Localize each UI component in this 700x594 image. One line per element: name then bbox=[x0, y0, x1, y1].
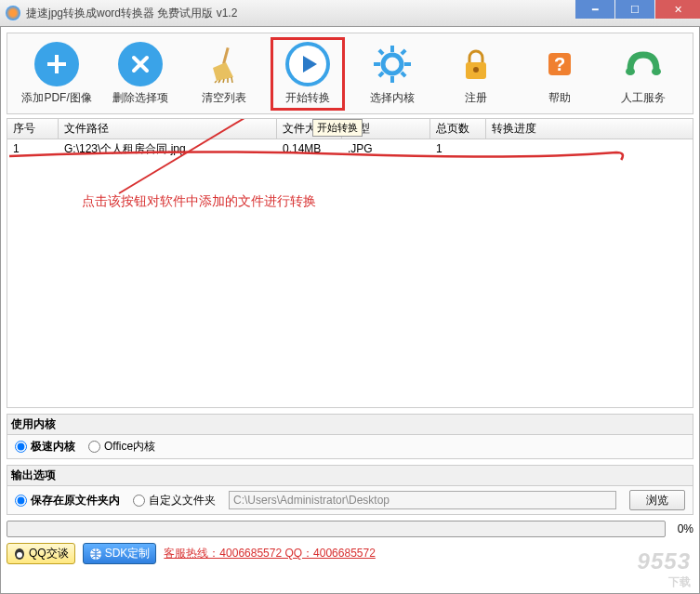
kernel-fast-radio[interactable]: 极速内核 bbox=[15, 439, 75, 455]
annotation-text: 点击该按钮对软件中添加的文件进行转换 bbox=[82, 193, 316, 210]
output-section: 输出选项 保存在原文件夹内 自定义文件夹 浏览 bbox=[7, 465, 693, 515]
kernel-section: 使用内核 极速内核 Office内核 bbox=[7, 414, 693, 459]
kernel-office-radio[interactable]: Office内核 bbox=[88, 439, 155, 455]
play-icon bbox=[285, 42, 330, 86]
qq-icon bbox=[13, 548, 26, 561]
output-path-input[interactable] bbox=[229, 491, 616, 509]
register-button[interactable]: 注册 bbox=[439, 42, 513, 106]
start-convert-button[interactable]: 开始转换 bbox=[271, 37, 345, 111]
help-button[interactable]: ? 帮助 bbox=[522, 42, 597, 106]
hotline-text[interactable]: 客服热线：4006685572 QQ：4006685572 bbox=[164, 546, 375, 561]
svg-rect-9 bbox=[400, 48, 406, 55]
broom-icon bbox=[202, 42, 246, 86]
svg-rect-10 bbox=[377, 71, 384, 77]
svg-rect-8 bbox=[400, 71, 406, 77]
close-button[interactable]: ✕ bbox=[655, 0, 700, 19]
maximize-button[interactable]: ☐ bbox=[615, 0, 654, 19]
sdk-button[interactable]: SDK定制 bbox=[83, 543, 157, 564]
titlebar: 捷速jpg转换成word转换器 免费试用版 v1.2 ━ ☐ ✕ bbox=[0, 0, 700, 26]
svg-point-16 bbox=[652, 68, 661, 75]
kernel-title: 使用内核 bbox=[7, 414, 693, 434]
svg-rect-3 bbox=[390, 46, 394, 52]
window-title: 捷速jpg转换成word转换器 免费试用版 v1.2 bbox=[26, 6, 237, 21]
svg-point-15 bbox=[626, 68, 635, 75]
output-same-radio[interactable]: 保存在原文件夹内 bbox=[15, 493, 120, 508]
svg-rect-7 bbox=[377, 48, 384, 55]
main-frame: 添加PDF/图像 删除选择项 清空列表 开始转换 bbox=[0, 26, 700, 594]
kernel-button[interactable]: 选择内核 bbox=[355, 42, 429, 106]
progress-row: 0% bbox=[7, 521, 693, 537]
qq-chat-button[interactable]: QQ交谈 bbox=[7, 543, 75, 564]
cell-path: G:\123\个人租房合同.jpg bbox=[59, 141, 277, 157]
delete-button[interactable]: 删除选择项 bbox=[103, 42, 178, 106]
globe-icon bbox=[89, 548, 102, 561]
gear-icon bbox=[370, 42, 415, 86]
service-button[interactable]: 人工服务 bbox=[606, 42, 680, 106]
window-controls: ━ ☐ ✕ bbox=[575, 0, 700, 19]
output-title: 输出选项 bbox=[7, 465, 693, 485]
table-header: 序号 文件路径 文件大小 开始转换 类型 总页数 转换进度 bbox=[7, 119, 693, 139]
output-custom-radio[interactable]: 自定义文件夹 bbox=[133, 493, 216, 508]
cell-type: .JPG bbox=[342, 142, 430, 155]
phone-icon bbox=[621, 42, 666, 86]
col-seq[interactable]: 序号 bbox=[7, 119, 59, 139]
cell-size: 0.14MB bbox=[277, 142, 342, 155]
cell-pages: 1 bbox=[430, 142, 486, 155]
svg-point-19 bbox=[17, 552, 22, 558]
svg-rect-0 bbox=[222, 47, 230, 64]
col-size[interactable]: 文件大小 开始转换 bbox=[277, 119, 342, 139]
table-row[interactable]: 1 G:\123\个人租房合同.jpg 0.14MB .JPG 1 bbox=[7, 139, 693, 158]
browse-button[interactable]: 浏览 bbox=[629, 490, 685, 510]
footer: QQ交谈 SDK定制 客服热线：4006685572 QQ：4006685572 bbox=[7, 543, 693, 564]
clear-button[interactable]: 清空列表 bbox=[187, 42, 261, 106]
help-icon: ? bbox=[537, 42, 582, 86]
app-icon bbox=[6, 6, 20, 20]
lock-icon bbox=[454, 42, 498, 86]
start-tooltip: 开始转换 bbox=[312, 119, 363, 137]
plus-icon bbox=[34, 42, 79, 86]
svg-text:?: ? bbox=[554, 54, 565, 74]
svg-point-12 bbox=[473, 67, 479, 73]
x-icon bbox=[118, 42, 163, 86]
svg-point-2 bbox=[383, 55, 402, 73]
svg-rect-5 bbox=[374, 62, 380, 66]
svg-rect-6 bbox=[404, 62, 411, 66]
col-progress[interactable]: 转换进度 bbox=[486, 119, 693, 139]
minimize-button[interactable]: ━ bbox=[575, 0, 614, 19]
col-path[interactable]: 文件路径 bbox=[59, 119, 277, 139]
toolbar: 添加PDF/图像 删除选择项 清空列表 开始转换 bbox=[7, 33, 693, 114]
col-pages[interactable]: 总页数 bbox=[430, 119, 486, 139]
cell-seq: 1 bbox=[7, 142, 59, 155]
progress-bar bbox=[7, 521, 666, 537]
svg-rect-4 bbox=[390, 76, 394, 83]
add-file-button[interactable]: 添加PDF/图像 bbox=[20, 42, 94, 106]
progress-percent: 0% bbox=[671, 522, 693, 535]
file-table: 序号 文件路径 文件大小 开始转换 类型 总页数 转换进度 1 G:\123\个… bbox=[7, 118, 693, 408]
